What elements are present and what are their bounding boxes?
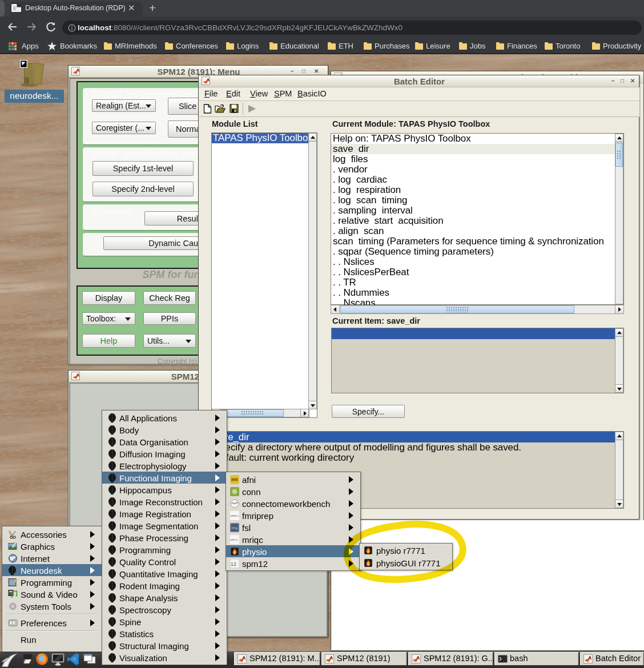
svg-text:fMRIPrep: fMRIPrep xyxy=(231,514,240,517)
svg-text:12: 12 xyxy=(231,561,236,567)
svg-text:AFNI: AFNI xyxy=(231,478,238,481)
svg-text:FSL: FSL xyxy=(232,526,239,530)
svg-text:MRIQC: MRIQC xyxy=(231,538,239,541)
